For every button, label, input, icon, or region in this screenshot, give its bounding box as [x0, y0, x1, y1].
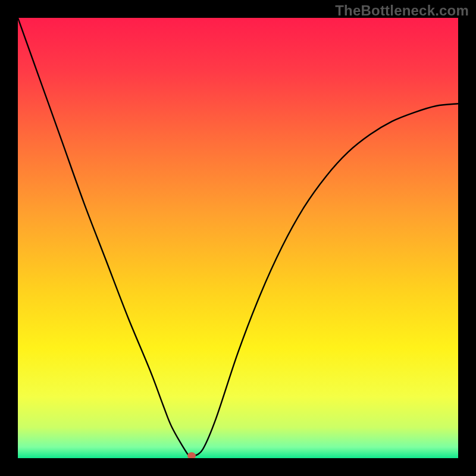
plot-area — [18, 18, 458, 458]
chart-frame: TheBottleneck.com — [0, 0, 476, 476]
svg-rect-0 — [18, 18, 458, 458]
minimum-marker — [187, 452, 196, 458]
watermark-text: TheBottleneck.com — [335, 2, 469, 19]
background-gradient — [18, 18, 458, 458]
